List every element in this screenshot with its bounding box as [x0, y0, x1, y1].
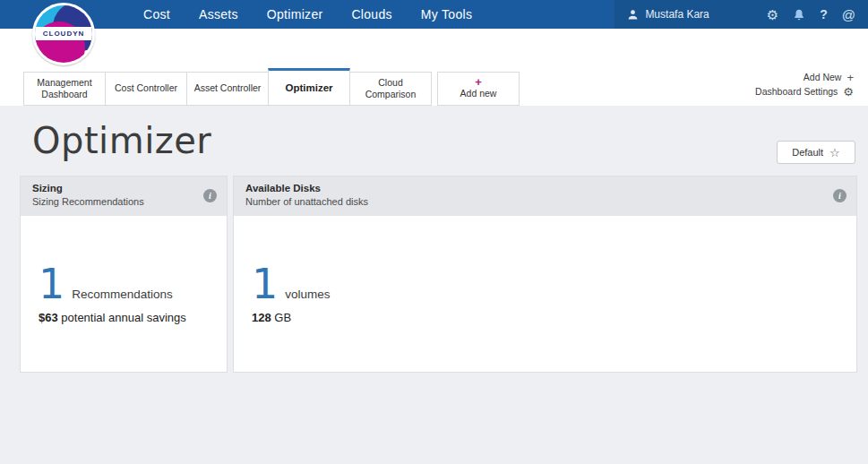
dashboard-settings-button[interactable]: Dashboard Settings ⚙ [755, 84, 854, 99]
info-icon[interactable]: i [203, 189, 217, 202]
metric-label: volumes [285, 288, 330, 301]
navbar-right: Mustafa Kara ⚙ ? @ [614, 0, 868, 29]
sizing-card: Sizing Sizing Recommendations i 1 Recomm… [20, 176, 228, 373]
dashboard-tabstrip: Management Dashboard Cost Controller Ass… [0, 29, 868, 106]
sizing-detail: $63 potential annual savings [39, 311, 227, 324]
top-navbar: Cost Assets Optimizer Clouds My Tools Mu… [0, 0, 868, 29]
primary-nav: Cost Assets Optimizer Clouds My Tools [143, 0, 472, 29]
help-icon[interactable]: ? [820, 8, 828, 21]
disks-card-body: 1 volumes 128 GB [234, 216, 856, 372]
available-disks-card: Available Disks Number of unattached dis… [233, 176, 857, 373]
gear-icon[interactable]: ⚙ [767, 8, 778, 21]
cloudyn-app: Cost Assets Optimizer Clouds My Tools Mu… [0, 0, 868, 464]
info-icon[interactable]: i [833, 189, 847, 202]
metric-value: 1 [252, 266, 278, 303]
card-title: Available Disks [245, 183, 826, 193]
nav-cost[interactable]: Cost [143, 7, 170, 21]
add-new-label: Add New [804, 72, 842, 82]
tab-cost-controller[interactable]: Cost Controller [105, 72, 187, 106]
dashboard-tabs: Management Dashboard Cost Controller Ass… [23, 68, 520, 106]
widget-cards: Sizing Sizing Recommendations i 1 Recomm… [20, 176, 857, 373]
star-icon: ☆ [829, 147, 840, 159]
card-subtitle: Sizing Recommendations [32, 196, 196, 207]
nav-my-tools[interactable]: My Tools [421, 7, 472, 21]
dashboard-settings-label: Dashboard Settings [755, 86, 838, 97]
tab-optimizer[interactable]: Optimizer [268, 68, 350, 106]
plus-icon: + [475, 77, 482, 87]
card-subtitle: Number of unattached disks [245, 196, 826, 207]
nav-optimizer[interactable]: Optimizer [267, 7, 323, 21]
plus-icon: + [847, 72, 854, 83]
sizing-card-header: Sizing Sizing Recommendations i [21, 176, 227, 216]
cloudyn-logo[interactable]: CLOUDYN [32, 3, 95, 65]
disks-card-header: Available Disks Number of unattached dis… [234, 176, 856, 216]
sizing-metric: 1 Recommendations [39, 266, 227, 303]
nav-assets[interactable]: Assets [199, 7, 238, 21]
detail-text: GB [271, 311, 291, 324]
logo-wordmark: CLOUDYN [35, 30, 92, 38]
gear-icon: ⚙ [843, 86, 854, 98]
default-button-label: Default [792, 147, 823, 158]
add-new-dashboard-button[interactable]: Add New + [755, 70, 854, 84]
sizing-card-body: 1 Recommendations $63 potential annual s… [21, 216, 227, 372]
user-menu[interactable]: Mustafa Kara [627, 8, 709, 21]
tab-asset-controller[interactable]: Asset Controller [186, 72, 269, 106]
default-view-button[interactable]: Default ☆ [777, 141, 855, 164]
tab-management-dashboard[interactable]: Management Dashboard [23, 72, 106, 106]
main-content: Optimizer Default ☆ Sizing Sizing Recomm… [0, 106, 868, 464]
tab-add-new[interactable]: + Add new [437, 72, 520, 106]
page-title: Optimizer [32, 120, 211, 161]
detail-bold: 128 [252, 311, 271, 324]
metric-label: Recommendations [72, 288, 173, 301]
dashboard-actions: Add New + Dashboard Settings ⚙ [755, 70, 854, 99]
disks-detail: 128 GB [252, 311, 856, 324]
tab-cloud-comparison[interactable]: Cloud Comparison [349, 72, 432, 106]
user-name: Mustafa Kara [645, 8, 709, 21]
detail-bold: $63 [39, 311, 58, 324]
add-new-tab-label: Add new [460, 88, 497, 99]
at-mentions-icon[interactable]: @ [842, 8, 855, 21]
detail-text: potential annual savings [58, 311, 186, 324]
user-icon [627, 9, 639, 21]
disks-metric: 1 volumes [252, 266, 856, 303]
nav-clouds[interactable]: Clouds [351, 7, 391, 21]
bell-icon[interactable] [793, 8, 805, 21]
card-title: Sizing [32, 183, 196, 193]
metric-value: 1 [39, 266, 64, 303]
